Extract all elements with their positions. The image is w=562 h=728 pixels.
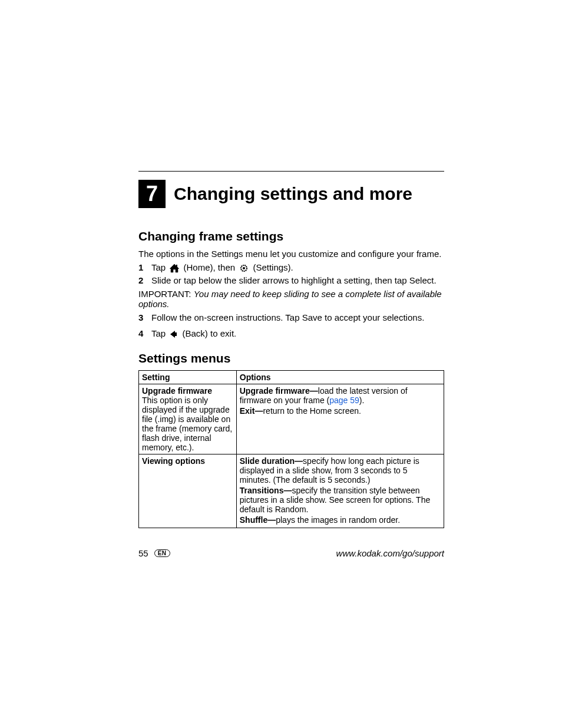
text: ). — [359, 396, 365, 405]
chapter-header: 7 Changing settings and more — [138, 180, 444, 208]
option-label: Shuffle— — [240, 515, 276, 525]
option-text: return to the Home screen. — [263, 406, 361, 416]
setting-name: Viewing options — [142, 456, 205, 466]
table-row: Upgrade firmware This option is only dis… — [139, 384, 444, 454]
table-header-row: Setting Options — [139, 370, 444, 384]
option-label: Upgrade firmware— — [240, 386, 318, 396]
svg-point-2 — [243, 267, 245, 269]
support-url[interactable]: www.kodak.com/go/support — [336, 548, 444, 558]
page-footer: 55 EN www.kodak.com/go/support — [138, 548, 444, 558]
page-link[interactable]: page 59 — [329, 396, 359, 405]
svg-rect-0 — [176, 265, 177, 267]
language-badge: EN — [154, 549, 170, 557]
table-cell-options: Slide duration—specify how long each pic… — [236, 454, 444, 528]
table-header-setting: Setting — [139, 370, 237, 384]
settings-table: Setting Options Upgrade firmware This op… — [138, 370, 444, 528]
back-icon — [169, 330, 178, 338]
table-cell-setting: Viewing options — [139, 454, 237, 528]
table-header-options: Options — [236, 370, 444, 384]
important-note: IMPORTANT: You may need to keep sliding … — [138, 289, 444, 309]
table-cell-setting: Upgrade firmware This option is only dis… — [139, 384, 237, 454]
home-icon — [169, 263, 180, 273]
table-cell-options: Upgrade firmware—load the latest version… — [236, 384, 444, 454]
text: Tap — [151, 262, 168, 272]
step-2: 2 Slide or tap below the slider arrows t… — [138, 275, 444, 285]
step-number: 1 — [138, 262, 146, 272]
option-label: Slide duration— — [240, 456, 303, 466]
section-heading-settings-menus: Settings menus — [138, 351, 444, 365]
important-label: IMPORTANT: — [138, 289, 194, 299]
settings-icon — [239, 263, 249, 273]
horizontal-rule — [138, 171, 444, 172]
step-3: 3 Follow the on-screen instructions. Tap… — [138, 312, 444, 322]
step-1: 1 Tap (Home), then (Settings). — [138, 262, 444, 273]
step-number: 4 — [138, 328, 146, 338]
step-text: Tap (Home), then (Settings). — [151, 262, 293, 273]
section-intro: The options in the Settings menu let you… — [138, 248, 444, 260]
svg-rect-3 — [174, 332, 177, 336]
option-text: plays the images in random order. — [276, 515, 400, 525]
step-text: Tap (Back) to exit. — [151, 328, 236, 338]
text: (Settings). — [253, 262, 293, 272]
setting-name: Upgrade firmware — [142, 386, 212, 396]
chapter-title: Changing settings and more — [174, 184, 412, 204]
option-label: Exit— — [240, 406, 263, 416]
step-number: 3 — [138, 312, 146, 322]
step-text: Slide or tap below the slider arrows to … — [151, 275, 437, 285]
step-text: Follow the on-screen instructions. Tap S… — [151, 312, 424, 322]
text: Tap — [151, 328, 168, 338]
table-row: Viewing options Slide duration—specify h… — [139, 454, 444, 528]
text: (Home), then — [184, 262, 238, 272]
step-number: 2 — [138, 275, 146, 285]
section-heading-frame-settings: Changing frame settings — [138, 229, 444, 243]
step-4: 4 Tap (Back) to exit. — [138, 328, 444, 338]
page-number: 55 — [138, 548, 148, 558]
chapter-number: 7 — [138, 180, 166, 208]
text: (Back) to exit. — [183, 328, 237, 338]
option-label: Transitions— — [240, 486, 292, 495]
setting-desc: This option is only displayed if the upg… — [142, 396, 232, 452]
